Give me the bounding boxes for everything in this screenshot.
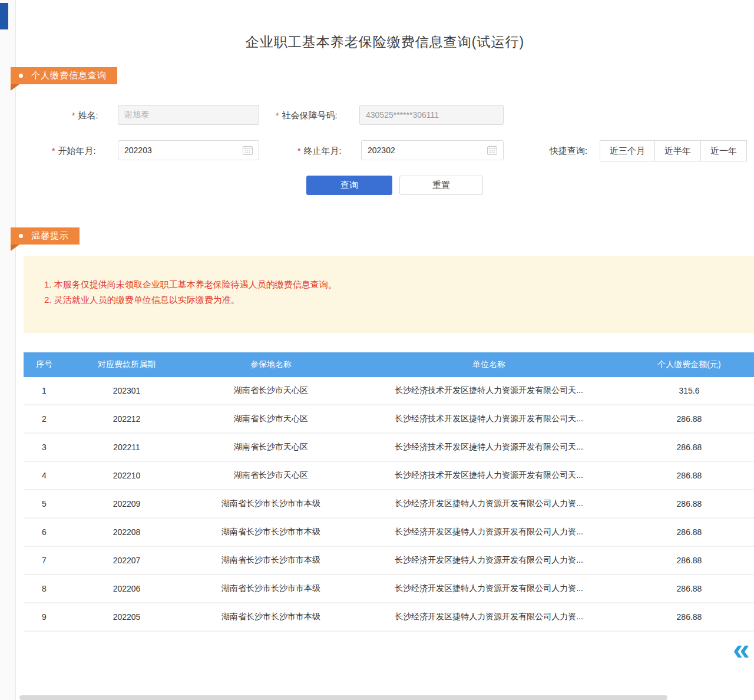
- sidebar-tab[interactable]: [0, 3, 8, 29]
- required-asterisk: *: [276, 111, 279, 120]
- quick-option-halfyear[interactable]: 近半年: [654, 140, 701, 161]
- table-cell: 湖南省长沙市长沙市市本级: [188, 555, 353, 566]
- col-header-place: 参保地名称: [188, 359, 353, 370]
- col-header-company: 单位名称: [353, 359, 624, 370]
- table-cell: 2: [24, 414, 65, 424]
- quick-query-label: 快捷查询:: [550, 146, 587, 157]
- table-cell: 202212: [65, 414, 188, 424]
- section-badge-tips: 温馨提示: [11, 227, 80, 245]
- calendar-icon[interactable]: [243, 146, 253, 155]
- table-cell: 286.88: [624, 584, 754, 593]
- quick-option-oneyear[interactable]: 近一年: [700, 140, 747, 161]
- table-cell: 286.88: [624, 414, 754, 424]
- required-asterisk: *: [52, 146, 55, 156]
- calendar-icon[interactable]: [487, 146, 497, 155]
- table-row[interactable]: 5202209湖南省长沙市长沙市市本级长沙经济开发区捷特人力资源开发有限公司人力…: [24, 490, 754, 519]
- notice-line-1: 1. 本服务仅提供尚未领取企业职工基本养老保险待遇人员的缴费信息查询。: [44, 277, 742, 292]
- bullet-icon: [19, 234, 23, 238]
- table-row[interactable]: 7202207湖南省长沙市长沙市市本级长沙经济开发区捷特人力资源开发有限公司人力…: [24, 547, 754, 575]
- table-row[interactable]: 4202210湖南省长沙市天心区长沙经济技术开发区捷特人力资源开发有限公司天..…: [24, 462, 754, 490]
- table-cell: 8: [24, 584, 65, 593]
- query-button[interactable]: 查询: [306, 176, 392, 195]
- table-cell: 202208: [65, 527, 188, 537]
- table-row[interactable]: 2202212湖南省长沙市天心区长沙经济技术开发区捷特人力资源开发有限公司天..…: [24, 405, 754, 434]
- table-row[interactable]: 6202208湖南省长沙市长沙市市本级长沙经济开发区捷特人力资源开发有限公司人力…: [24, 519, 754, 547]
- table-cell: 长沙经济开发区捷特人力资源开发有限公司人力资...: [353, 612, 624, 622]
- table-cell: 286.88: [624, 612, 754, 622]
- table-cell: 湖南省长沙市天心区: [188, 385, 353, 396]
- col-header-amount: 个人缴费金额(元): [624, 359, 754, 370]
- results-table: 序号 对应费款所属期 参保地名称 单位名称 个人缴费金额(元) 1202301湖…: [24, 352, 754, 632]
- page-title: 企业职工基本养老保险缴费信息查询(试运行): [16, 33, 754, 51]
- table-cell: 长沙经济技术开发区捷特人力资源开发有限公司天...: [353, 385, 624, 396]
- name-label: *姓名:: [72, 110, 98, 121]
- page: 企业职工基本养老保险缴费信息查询(试运行) 个人缴费信息查询 *姓名: 谢旭泰 …: [0, 0, 754, 700]
- table-cell: 长沙经济开发区捷特人力资源开发有限公司人力资...: [353, 555, 624, 566]
- ribbon-fold: [11, 84, 19, 91]
- table-cell: 286.88: [624, 471, 754, 480]
- ribbon-fold: [11, 245, 19, 251]
- section-badge-query-label: 个人缴费信息查询: [31, 70, 107, 81]
- table-row[interactable]: 1202301湖南省长沙市天心区长沙经济技术开发区捷特人力资源开发有限公司天..…: [24, 377, 754, 405]
- table-cell: 4: [24, 471, 65, 480]
- table-cell: 3: [24, 443, 65, 452]
- results-table-header: 序号 对应费款所属期 参保地名称 单位名称 个人缴费金额(元): [24, 352, 754, 377]
- table-cell: 湖南省长沙市长沙市市本级: [188, 612, 353, 622]
- table-cell: 202206: [65, 584, 188, 593]
- reset-button[interactable]: 重置: [399, 176, 483, 195]
- table-row[interactable]: 3202211湖南省长沙市天心区长沙经济技术开发区捷特人力资源开发有限公司天..…: [24, 434, 754, 462]
- quick-option-3months[interactable]: 近三个月: [600, 140, 655, 161]
- end-date-label: *终止年月:: [297, 146, 342, 157]
- end-date-field[interactable]: 202302: [361, 140, 504, 160]
- left-gutter: [0, 0, 16, 700]
- quick-query-group: 近三个月 近半年 近一年: [600, 140, 747, 161]
- table-cell: 9: [24, 612, 65, 622]
- table-cell: 长沙经济技术开发区捷特人力资源开发有限公司天...: [353, 442, 624, 453]
- table-cell: 湖南省长沙市天心区: [188, 470, 353, 481]
- notice-line-2: 2. 灵活就业人员的缴费单位信息以实际缴费为准。: [44, 292, 742, 308]
- ssn-label: *社会保障号码:: [276, 110, 338, 121]
- table-cell: 湖南省长沙市长沙市市本级: [188, 498, 353, 509]
- collapse-sidebar-icon[interactable]: «: [733, 634, 750, 665]
- table-cell: 长沙经济开发区捷特人力资源开发有限公司人力资...: [353, 527, 624, 537]
- table-cell: 湖南省长沙市天心区: [188, 442, 353, 453]
- table-cell: 湖南省长沙市天心区: [188, 414, 353, 424]
- section-badge-query: 个人缴费信息查询: [11, 67, 117, 84]
- results-table-body: 1202301湖南省长沙市天心区长沙经济技术开发区捷特人力资源开发有限公司天..…: [24, 377, 754, 632]
- ssn-field[interactable]: 430525******306111: [359, 105, 504, 125]
- required-asterisk: *: [72, 111, 75, 120]
- col-header-period: 对应费款所属期: [65, 359, 188, 370]
- bullet-icon: [19, 74, 23, 78]
- table-cell: 202210: [65, 471, 188, 480]
- table-cell: 7: [24, 556, 65, 565]
- table-row[interactable]: 9202205湖南省长沙市长沙市市本级长沙经济开发区捷特人力资源开发有限公司人力…: [24, 603, 754, 632]
- start-date-field[interactable]: 202203: [118, 140, 259, 160]
- name-field[interactable]: 谢旭泰: [118, 105, 259, 125]
- table-cell: 湖南省长沙市长沙市市本级: [188, 583, 353, 594]
- table-cell: 202207: [65, 556, 188, 565]
- required-asterisk: *: [297, 146, 300, 156]
- table-cell: 286.88: [624, 527, 754, 537]
- col-header-index: 序号: [24, 359, 65, 370]
- table-row[interactable]: 8202206湖南省长沙市长沙市市本级长沙经济开发区捷特人力资源开发有限公司人力…: [24, 575, 754, 603]
- table-cell: 202301: [65, 386, 188, 395]
- horizontal-scrollbar[interactable]: [19, 695, 667, 700]
- table-cell: 5: [24, 499, 65, 509]
- table-cell: 长沙经济技术开发区捷特人力资源开发有限公司天...: [353, 470, 624, 481]
- table-cell: 202205: [65, 612, 188, 622]
- table-cell: 湖南省长沙市长沙市市本级: [188, 527, 353, 537]
- table-cell: 286.88: [624, 499, 754, 509]
- table-cell: 长沙经济开发区捷特人力资源开发有限公司人力资...: [353, 498, 624, 509]
- table-cell: 1: [24, 386, 65, 395]
- table-cell: 315.6: [624, 386, 754, 395]
- table-cell: 长沙经济开发区捷特人力资源开发有限公司人力资...: [353, 583, 624, 594]
- table-cell: 286.88: [624, 556, 754, 565]
- table-cell: 202211: [65, 443, 188, 452]
- table-cell: 长沙经济技术开发区捷特人力资源开发有限公司天...: [353, 414, 624, 424]
- start-date-label: *开始年月:: [52, 146, 96, 157]
- table-cell: 202209: [65, 499, 188, 509]
- table-cell: 286.88: [624, 443, 754, 452]
- section-badge-tips-label: 温馨提示: [31, 230, 69, 242]
- notice-box: 1. 本服务仅提供尚未领取企业职工基本养老保险待遇人员的缴费信息查询。 2. 灵…: [24, 256, 754, 333]
- table-cell: 6: [24, 527, 65, 537]
